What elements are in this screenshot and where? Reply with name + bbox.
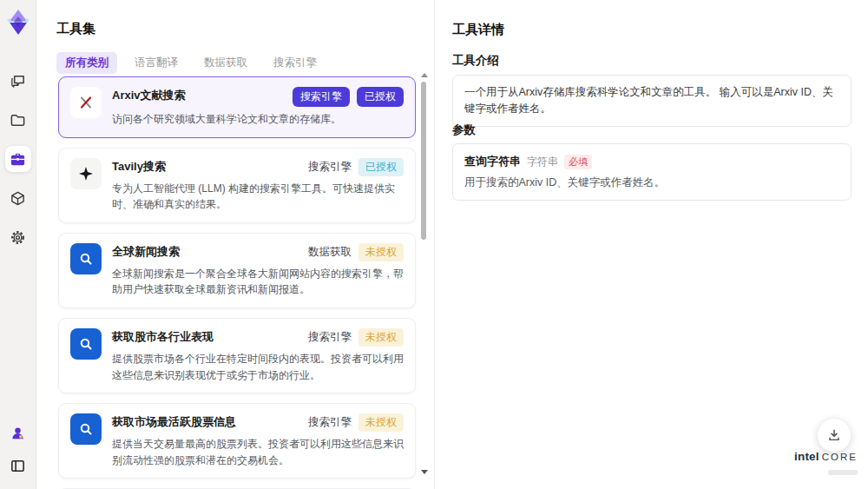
sidebar-bottom — [5, 420, 31, 479]
category-label: 搜索引擎 — [308, 330, 352, 345]
list-scrollbar[interactable] — [419, 73, 428, 474]
gear-icon[interactable] — [5, 224, 31, 250]
sidebar-nav — [5, 68, 31, 250]
chat-icon[interactable] — [5, 68, 31, 94]
brand-intel-text: intel — [794, 451, 819, 464]
scrollbar-thumb[interactable] — [421, 82, 426, 240]
user-icon[interactable] — [5, 420, 31, 446]
auth-badge: 未授权 — [358, 413, 404, 432]
tab-data-fetch[interactable]: 数据获取 — [195, 52, 256, 74]
tool-card-sector-performance[interactable]: 获取股市各行业表现 搜索引擎 未授权 提供股票市场各个行业在特定时间段内的表现。… — [58, 318, 416, 393]
category-label: 搜索引擎 — [308, 160, 352, 175]
category-tabs: 所有类别 语言翻译 数据获取 搜索引擎 — [56, 52, 326, 74]
arxiv-logo-icon — [70, 87, 102, 118]
brand-sub-mark — [828, 470, 858, 475]
auth-badge: 已授权 — [358, 158, 404, 176]
tool-description: 提供股票市场各个行业在特定时间段内的表现。投资者可以利用这些信息来识别表现优于或… — [112, 351, 404, 383]
intro-text-box: 一个用于从Arxiv存储库搜索科学论文和文章的工具。 输入可以是Arxiv ID… — [452, 75, 852, 127]
folder-icon[interactable] — [5, 107, 31, 133]
brand-core-text: core — [822, 452, 858, 463]
intel-core-logo: intel core — [794, 451, 858, 479]
scroll-up-arrow-icon[interactable] — [421, 73, 428, 77]
auth-badge: 未授权 — [358, 243, 404, 261]
cube-icon[interactable] — [5, 185, 31, 211]
tavily-star-icon — [70, 158, 102, 189]
tab-all-categories[interactable]: 所有类别 — [56, 52, 117, 74]
tab-search-engine[interactable]: 搜索引擎 — [265, 52, 326, 74]
param-required-badge: 必填 — [564, 155, 592, 169]
tool-card-list: Arxiv文献搜索 搜索引擎 已授权 访问各个研究领域大量科学论文和文章的存储库… — [58, 76, 416, 489]
scroll-down-arrow-icon[interactable] — [421, 470, 428, 474]
category-label: 搜索引擎 — [308, 415, 352, 430]
tool-card-tavily[interactable]: Tavily搜索 搜索引擎 已授权 专为人工智能代理 (LLM) 构建的搜索引擎… — [58, 148, 416, 223]
stock-search-app-icon — [70, 328, 102, 360]
tool-description: 全球新闻搜索是一个聚合全球各大新闻网站内容的搜索引擎，帮助用户快速获取全球最新资… — [112, 266, 404, 298]
tool-description: 专为人工智能代理 (LLM) 构建的搜索引擎工具。可快速提供实时、准确和真实的结… — [112, 181, 404, 213]
category-label: 数据获取 — [308, 245, 352, 260]
panel-icon[interactable] — [5, 453, 31, 479]
download-button[interactable] — [817, 418, 852, 453]
page-title: 工具集 — [56, 21, 95, 37]
tool-card-global-news[interactable]: 全球新闻搜索 数据获取 未授权 全球新闻搜索是一个聚合全球各大新闻网站内容的搜索… — [58, 233, 416, 308]
tool-name: Tavily搜索 — [112, 158, 166, 175]
tool-name: 全球新闻搜索 — [112, 243, 180, 260]
param-name: 查询字符串 — [464, 154, 521, 169]
tool-name: 获取市场最活跃股票信息 — [112, 413, 236, 430]
tool-card-active-stocks[interactable]: 获取市场最活跃股票信息 搜索引擎 未授权 提供当天交易量最高的股票列表。投资者可… — [58, 403, 416, 479]
tool-description: 访问各个研究领域大量科学论文和文章的存储库。 — [112, 111, 404, 128]
tool-card-arxiv[interactable]: Arxiv文献搜索 搜索引擎 已授权 访问各个研究领域大量科学论文和文章的存储库… — [58, 76, 416, 138]
briefcase-icon[interactable] — [5, 146, 31, 172]
param-type: 字符串 — [527, 155, 558, 169]
auth-badge: 未授权 — [358, 328, 404, 347]
tool-detail-panel: 工具详情 工具介绍 一个用于从Arxiv存储库搜索科学论文和文章的工具。 输入可… — [434, 0, 868, 489]
detail-title: 工具详情 — [452, 22, 504, 38]
auth-badge: 已授权 — [357, 87, 404, 107]
tab-language-translation[interactable]: 语言翻译 — [126, 52, 187, 74]
tool-name: Arxiv文献搜索 — [112, 87, 186, 103]
param-description: 用于搜索的Arxiv ID、关键字或作者姓名。 — [464, 175, 839, 190]
tool-description: 提供当天交易量最高的股票列表。投资者可以利用这些信息来识别流动性强的股票和潜在的… — [112, 436, 404, 468]
intro-heading: 工具介绍 — [452, 53, 499, 69]
params-heading: 参数 — [452, 122, 476, 138]
toolset-panel: 工具集 所有类别 语言翻译 数据获取 搜索引擎 Arxiv文献搜索 搜索引擎 已… — [36, 0, 434, 489]
param-card: 查询字符串 字符串 必填 用于搜索的Arxiv ID、关键字或作者姓名。 — [452, 143, 852, 201]
stock-search-app-icon — [70, 413, 102, 445]
left-sidebar — [0, 0, 36, 489]
tool-name: 获取股市各行业表现 — [112, 328, 214, 345]
category-badge: 搜索引擎 — [293, 87, 350, 107]
news-search-app-icon — [70, 243, 102, 274]
app-logo-icon — [4, 7, 32, 38]
